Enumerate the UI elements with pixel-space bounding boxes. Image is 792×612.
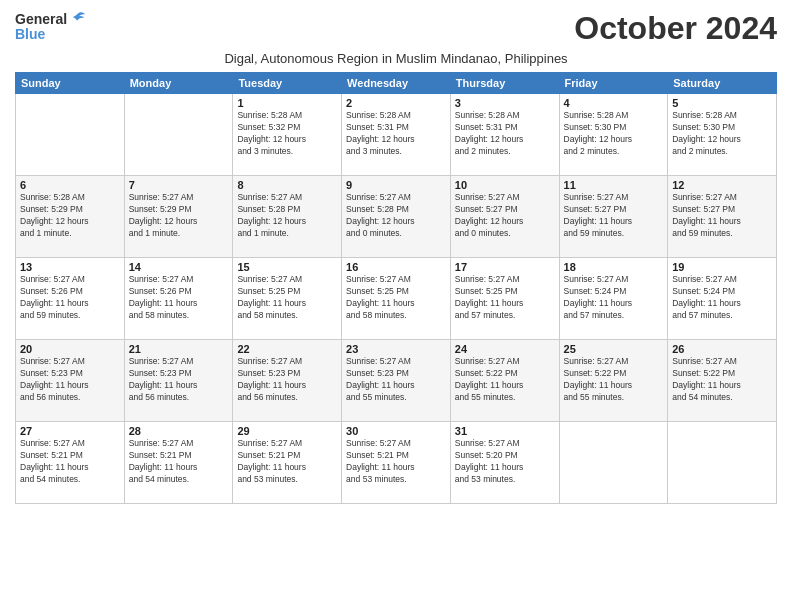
day-number: 10 — [455, 179, 555, 191]
calendar-cell: 21Sunrise: 5:27 AM Sunset: 5:23 PM Dayli… — [124, 340, 233, 422]
calendar-cell: 10Sunrise: 5:27 AM Sunset: 5:27 PM Dayli… — [450, 176, 559, 258]
day-info: Sunrise: 5:27 AM Sunset: 5:23 PM Dayligh… — [129, 356, 229, 404]
logo-bird-icon — [69, 10, 87, 28]
day-info: Sunrise: 5:27 AM Sunset: 5:21 PM Dayligh… — [20, 438, 120, 486]
day-info: Sunrise: 5:27 AM Sunset: 5:27 PM Dayligh… — [455, 192, 555, 240]
header-wednesday: Wednesday — [342, 73, 451, 94]
day-number: 28 — [129, 425, 229, 437]
day-number: 31 — [455, 425, 555, 437]
calendar-week-0: 1Sunrise: 5:28 AM Sunset: 5:32 PM Daylig… — [16, 94, 777, 176]
header-tuesday: Tuesday — [233, 73, 342, 94]
calendar-cell: 25Sunrise: 5:27 AM Sunset: 5:22 PM Dayli… — [559, 340, 668, 422]
calendar-cell: 27Sunrise: 5:27 AM Sunset: 5:21 PM Dayli… — [16, 422, 125, 504]
calendar: Sunday Monday Tuesday Wednesday Thursday… — [15, 72, 777, 504]
calendar-cell: 15Sunrise: 5:27 AM Sunset: 5:25 PM Dayli… — [233, 258, 342, 340]
day-info: Sunrise: 5:28 AM Sunset: 5:29 PM Dayligh… — [20, 192, 120, 240]
calendar-cell: 26Sunrise: 5:27 AM Sunset: 5:22 PM Dayli… — [668, 340, 777, 422]
day-info: Sunrise: 5:27 AM Sunset: 5:20 PM Dayligh… — [455, 438, 555, 486]
day-info: Sunrise: 5:28 AM Sunset: 5:31 PM Dayligh… — [346, 110, 446, 158]
day-info: Sunrise: 5:28 AM Sunset: 5:30 PM Dayligh… — [564, 110, 664, 158]
day-info: Sunrise: 5:28 AM Sunset: 5:30 PM Dayligh… — [672, 110, 772, 158]
day-info: Sunrise: 5:27 AM Sunset: 5:22 PM Dayligh… — [672, 356, 772, 404]
calendar-cell — [559, 422, 668, 504]
day-number: 13 — [20, 261, 120, 273]
calendar-cell: 1Sunrise: 5:28 AM Sunset: 5:32 PM Daylig… — [233, 94, 342, 176]
calendar-cell: 14Sunrise: 5:27 AM Sunset: 5:26 PM Dayli… — [124, 258, 233, 340]
day-info: Sunrise: 5:27 AM Sunset: 5:24 PM Dayligh… — [564, 274, 664, 322]
day-number: 18 — [564, 261, 664, 273]
day-info: Sunrise: 5:27 AM Sunset: 5:27 PM Dayligh… — [672, 192, 772, 240]
day-info: Sunrise: 5:27 AM Sunset: 5:26 PM Dayligh… — [129, 274, 229, 322]
day-number: 3 — [455, 97, 555, 109]
calendar-cell: 28Sunrise: 5:27 AM Sunset: 5:21 PM Dayli… — [124, 422, 233, 504]
day-number: 7 — [129, 179, 229, 191]
weekday-header-row: Sunday Monday Tuesday Wednesday Thursday… — [16, 73, 777, 94]
day-info: Sunrise: 5:27 AM Sunset: 5:21 PM Dayligh… — [346, 438, 446, 486]
calendar-cell: 22Sunrise: 5:27 AM Sunset: 5:23 PM Dayli… — [233, 340, 342, 422]
day-number: 15 — [237, 261, 337, 273]
day-info: Sunrise: 5:28 AM Sunset: 5:32 PM Dayligh… — [237, 110, 337, 158]
day-number: 26 — [672, 343, 772, 355]
calendar-week-4: 27Sunrise: 5:27 AM Sunset: 5:21 PM Dayli… — [16, 422, 777, 504]
day-number: 6 — [20, 179, 120, 191]
calendar-cell — [16, 94, 125, 176]
calendar-week-2: 13Sunrise: 5:27 AM Sunset: 5:26 PM Dayli… — [16, 258, 777, 340]
calendar-cell: 29Sunrise: 5:27 AM Sunset: 5:21 PM Dayli… — [233, 422, 342, 504]
day-info: Sunrise: 5:27 AM Sunset: 5:21 PM Dayligh… — [237, 438, 337, 486]
calendar-cell: 13Sunrise: 5:27 AM Sunset: 5:26 PM Dayli… — [16, 258, 125, 340]
day-number: 5 — [672, 97, 772, 109]
day-number: 2 — [346, 97, 446, 109]
day-info: Sunrise: 5:27 AM Sunset: 5:22 PM Dayligh… — [455, 356, 555, 404]
calendar-cell: 18Sunrise: 5:27 AM Sunset: 5:24 PM Dayli… — [559, 258, 668, 340]
calendar-cell: 2Sunrise: 5:28 AM Sunset: 5:31 PM Daylig… — [342, 94, 451, 176]
day-number: 4 — [564, 97, 664, 109]
calendar-cell: 4Sunrise: 5:28 AM Sunset: 5:30 PM Daylig… — [559, 94, 668, 176]
day-info: Sunrise: 5:27 AM Sunset: 5:25 PM Dayligh… — [346, 274, 446, 322]
day-info: Sunrise: 5:27 AM Sunset: 5:21 PM Dayligh… — [129, 438, 229, 486]
day-info: Sunrise: 5:28 AM Sunset: 5:31 PM Dayligh… — [455, 110, 555, 158]
header-friday: Friday — [559, 73, 668, 94]
day-info: Sunrise: 5:27 AM Sunset: 5:25 PM Dayligh… — [237, 274, 337, 322]
day-number: 1 — [237, 97, 337, 109]
day-number: 24 — [455, 343, 555, 355]
day-number: 21 — [129, 343, 229, 355]
calendar-week-1: 6Sunrise: 5:28 AM Sunset: 5:29 PM Daylig… — [16, 176, 777, 258]
calendar-cell: 24Sunrise: 5:27 AM Sunset: 5:22 PM Dayli… — [450, 340, 559, 422]
day-number: 23 — [346, 343, 446, 355]
calendar-cell: 12Sunrise: 5:27 AM Sunset: 5:27 PM Dayli… — [668, 176, 777, 258]
logo: General Blue — [15, 10, 87, 42]
calendar-cell: 3Sunrise: 5:28 AM Sunset: 5:31 PM Daylig… — [450, 94, 559, 176]
calendar-cell: 9Sunrise: 5:27 AM Sunset: 5:28 PM Daylig… — [342, 176, 451, 258]
calendar-cell: 23Sunrise: 5:27 AM Sunset: 5:23 PM Dayli… — [342, 340, 451, 422]
day-info: Sunrise: 5:27 AM Sunset: 5:29 PM Dayligh… — [129, 192, 229, 240]
day-info: Sunrise: 5:27 AM Sunset: 5:22 PM Dayligh… — [564, 356, 664, 404]
calendar-cell — [124, 94, 233, 176]
calendar-cell: 20Sunrise: 5:27 AM Sunset: 5:23 PM Dayli… — [16, 340, 125, 422]
subtitle: Digal, Autonomous Region in Muslim Minda… — [15, 51, 777, 66]
day-number: 17 — [455, 261, 555, 273]
logo-general: General — [15, 11, 67, 27]
day-info: Sunrise: 5:27 AM Sunset: 5:23 PM Dayligh… — [20, 356, 120, 404]
day-number: 30 — [346, 425, 446, 437]
calendar-cell: 16Sunrise: 5:27 AM Sunset: 5:25 PM Dayli… — [342, 258, 451, 340]
header-thursday: Thursday — [450, 73, 559, 94]
day-number: 22 — [237, 343, 337, 355]
day-info: Sunrise: 5:27 AM Sunset: 5:26 PM Dayligh… — [20, 274, 120, 322]
header-saturday: Saturday — [668, 73, 777, 94]
month-title: October 2024 — [574, 10, 777, 47]
day-info: Sunrise: 5:27 AM Sunset: 5:23 PM Dayligh… — [346, 356, 446, 404]
calendar-cell: 19Sunrise: 5:27 AM Sunset: 5:24 PM Dayli… — [668, 258, 777, 340]
calendar-cell: 30Sunrise: 5:27 AM Sunset: 5:21 PM Dayli… — [342, 422, 451, 504]
day-info: Sunrise: 5:27 AM Sunset: 5:28 PM Dayligh… — [346, 192, 446, 240]
calendar-cell: 17Sunrise: 5:27 AM Sunset: 5:25 PM Dayli… — [450, 258, 559, 340]
calendar-cell — [668, 422, 777, 504]
calendar-cell: 11Sunrise: 5:27 AM Sunset: 5:27 PM Dayli… — [559, 176, 668, 258]
calendar-week-3: 20Sunrise: 5:27 AM Sunset: 5:23 PM Dayli… — [16, 340, 777, 422]
calendar-cell: 8Sunrise: 5:27 AM Sunset: 5:28 PM Daylig… — [233, 176, 342, 258]
day-number: 9 — [346, 179, 446, 191]
day-number: 20 — [20, 343, 120, 355]
calendar-cell: 6Sunrise: 5:28 AM Sunset: 5:29 PM Daylig… — [16, 176, 125, 258]
day-number: 29 — [237, 425, 337, 437]
day-number: 19 — [672, 261, 772, 273]
day-number: 12 — [672, 179, 772, 191]
